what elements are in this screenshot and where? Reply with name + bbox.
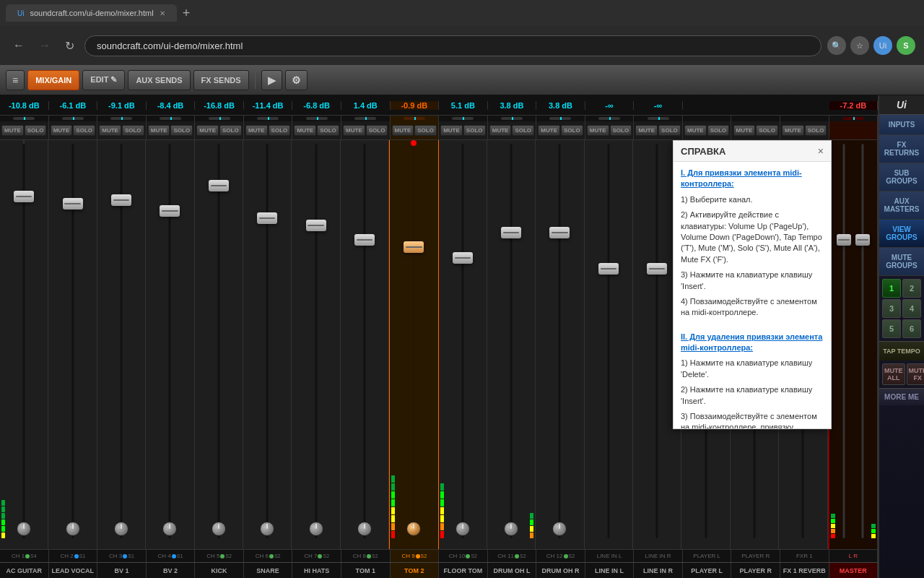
name-ch5[interactable]: KICK bbox=[195, 563, 244, 578]
fader-handle-ch7[interactable] bbox=[306, 220, 326, 231]
forward-btn[interactable]: → bbox=[35, 36, 55, 55]
edit-btn[interactable]: EDIT ✎ bbox=[82, 70, 125, 90]
fader-handle-ch1[interactable] bbox=[14, 191, 34, 202]
mute-playerl[interactable]: MUTE bbox=[684, 125, 707, 136]
play-btn[interactable]: ▶ bbox=[261, 70, 282, 90]
mute-lineinl[interactable]: MUTE bbox=[587, 125, 609, 136]
mute-ch5[interactable]: MUTE bbox=[196, 125, 219, 136]
more-me-btn[interactable]: MORE ME bbox=[879, 388, 924, 405]
address-input[interactable] bbox=[84, 35, 821, 56]
name-ch6[interactable]: SNARE bbox=[244, 563, 293, 578]
mute-ch11[interactable]: MUTE bbox=[489, 125, 512, 136]
mute-lineinr[interactable]: MUTE bbox=[635, 125, 658, 136]
name-ch11[interactable]: DRUM OH L bbox=[488, 563, 537, 578]
fader-handle-ch6[interactable] bbox=[257, 212, 277, 224]
fader-handle-ch11[interactable] bbox=[501, 227, 521, 238]
name-ch2[interactable]: LEAD VOCAL bbox=[49, 563, 98, 578]
eq-knob-ch2[interactable] bbox=[66, 522, 80, 536]
mute-ch7[interactable]: MUTE bbox=[294, 125, 316, 136]
mute-ch8[interactable]: MUTE bbox=[343, 125, 365, 136]
mute-fx-btn[interactable]: MUTE FX bbox=[907, 363, 925, 385]
fader-handle-ch8[interactable] bbox=[354, 234, 375, 246]
eq-knob-ch1[interactable] bbox=[17, 522, 31, 536]
channel-strip-ch7[interactable] bbox=[292, 140, 340, 549]
solo-fxr1[interactable]: SOLO bbox=[805, 125, 827, 136]
channel-strip-ch4[interactable] bbox=[146, 140, 194, 549]
solo-lineinl[interactable]: SOLO bbox=[610, 125, 632, 136]
mute-ch1[interactable]: MUTE bbox=[1, 125, 24, 136]
settings-btn[interactable]: ⚙ bbox=[285, 70, 308, 90]
eq-knob-ch9[interactable] bbox=[406, 522, 421, 536]
fader-handle-ch10[interactable] bbox=[453, 252, 473, 264]
name-ch10[interactable]: FLOOR TOM bbox=[439, 563, 488, 578]
eq-knob-ch3[interactable] bbox=[114, 522, 128, 536]
fader-handle-ch12[interactable] bbox=[549, 227, 570, 238]
channel-strip-ch1[interactable] bbox=[0, 140, 48, 549]
mute-ch12[interactable]: MUTE bbox=[538, 125, 560, 136]
name-playerl[interactable]: PLAYER L bbox=[683, 563, 732, 578]
mute-playerr[interactable]: MUTE bbox=[733, 125, 756, 136]
solo-ch11[interactable]: SOLO bbox=[512, 125, 534, 136]
tap-tempo-btn[interactable]: TAP TEMPO bbox=[879, 341, 924, 361]
solo-lineinr[interactable]: SOLO bbox=[658, 125, 681, 136]
channel-strip-ch5[interactable] bbox=[195, 140, 243, 549]
num-btn-3[interactable]: 3 bbox=[882, 299, 901, 318]
name-lineinr[interactable]: LINE IN R bbox=[634, 563, 683, 578]
solo-ch1[interactable]: SOLO bbox=[25, 125, 47, 136]
account-btn[interactable]: S bbox=[897, 36, 915, 55]
active-tab[interactable]: Ui soundcraft.com/ui-demo/mixer.html ✕ bbox=[6, 4, 177, 22]
mute-ch2[interactable]: MUTE bbox=[51, 125, 73, 136]
solo-ch12[interactable]: SOLO bbox=[561, 125, 583, 136]
back-btn[interactable]: ← bbox=[9, 36, 29, 55]
mute-ch10[interactable]: MUTE bbox=[440, 125, 463, 136]
channel-strip-ch3[interactable] bbox=[97, 140, 146, 549]
channel-strip-ch9[interactable] bbox=[389, 140, 438, 549]
fader-handle-ch5[interactable] bbox=[209, 180, 229, 191]
mute-ch3[interactable]: MUTE bbox=[99, 125, 121, 136]
eq-knob-ch6[interactable] bbox=[260, 522, 274, 536]
tab-close-btn[interactable]: ✕ bbox=[160, 9, 165, 17]
solo-ch5[interactable]: SOLO bbox=[219, 125, 242, 136]
fader-handle-master-r[interactable] bbox=[855, 234, 870, 246]
eq-knob-ch7[interactable] bbox=[309, 522, 323, 536]
fxsends-btn[interactable]: FX SENDS bbox=[193, 70, 249, 90]
channel-strip-ch2[interactable] bbox=[48, 140, 97, 549]
channel-strip-ch10[interactable] bbox=[439, 140, 487, 549]
eq-knob-ch8[interactable] bbox=[357, 522, 372, 536]
num-btn-6[interactable]: 6 bbox=[902, 319, 921, 338]
name-master[interactable]: MASTER bbox=[829, 563, 878, 578]
name-lineinl[interactable]: LINE IN L bbox=[585, 563, 635, 578]
auxsends-btn[interactable]: AUX SENDS bbox=[128, 70, 190, 90]
name-ch7[interactable]: HI HATS bbox=[292, 563, 341, 578]
fader-handle-ch2[interactable] bbox=[63, 198, 83, 210]
fader-handle-ch4[interactable] bbox=[160, 205, 180, 217]
name-ch9[interactable]: TOM 2 bbox=[391, 563, 440, 578]
solo-ch4[interactable]: SOLO bbox=[170, 125, 193, 136]
view-groups-btn[interactable]: VIEW GROUPS bbox=[879, 220, 924, 248]
num-btn-4[interactable]: 4 bbox=[902, 299, 921, 318]
name-fxr1[interactable]: FX 1 REVERB bbox=[780, 563, 829, 578]
solo-ch2[interactable]: SOLO bbox=[73, 125, 95, 136]
channel-strip-master[interactable] bbox=[828, 140, 878, 549]
eq-knob-ch10[interactable] bbox=[456, 522, 470, 536]
mute-fxr1[interactable]: MUTE bbox=[782, 125, 804, 136]
eq-knob-ch4[interactable] bbox=[162, 522, 177, 536]
extension-btn[interactable]: Ui bbox=[873, 36, 892, 55]
fader-handle-master-l[interactable] bbox=[837, 234, 851, 246]
solo-ch3[interactable]: SOLO bbox=[122, 125, 144, 136]
channel-strip-ch12[interactable] bbox=[536, 140, 584, 549]
mute-groups-btn[interactable]: MUTE GROUPS bbox=[879, 248, 924, 276]
eq-knob-ch11[interactable] bbox=[504, 522, 518, 536]
solo-ch10[interactable]: SOLO bbox=[463, 125, 486, 136]
mixgain-btn[interactable]: MIX/GAIN bbox=[27, 70, 79, 90]
search-btn[interactable]: 🔍 bbox=[827, 36, 846, 55]
eq-knob-ch12[interactable] bbox=[552, 522, 567, 536]
fader-handle-ch3[interactable] bbox=[111, 194, 131, 206]
mute-ch6[interactable]: MUTE bbox=[245, 125, 268, 136]
name-ch8[interactable]: TOM 1 bbox=[341, 563, 391, 578]
fader-handle-ch9[interactable] bbox=[404, 241, 424, 253]
channel-strip-ch8[interactable] bbox=[341, 140, 389, 549]
overview-btn[interactable]: ≡ bbox=[6, 70, 25, 90]
num-btn-1[interactable]: 1 bbox=[882, 279, 901, 298]
num-btn-2[interactable]: 2 bbox=[902, 279, 921, 298]
